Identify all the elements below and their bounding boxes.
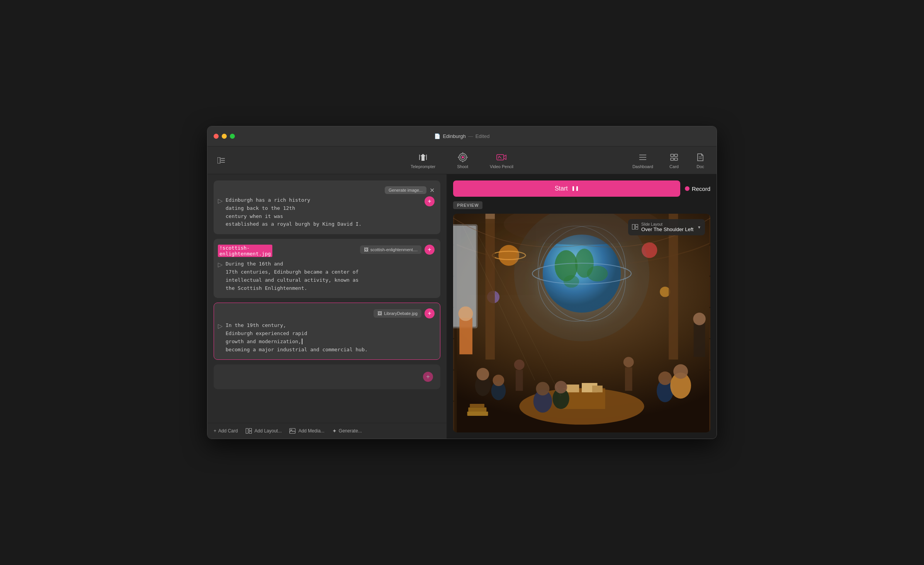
tool-video-pencil[interactable]: Video Pencil	[485, 150, 518, 171]
svg-rect-96	[592, 386, 603, 393]
shoot-label: Shoot	[457, 164, 468, 169]
svg-rect-107	[694, 323, 705, 357]
toolbar-right: Dashboard Card	[629, 150, 709, 171]
video-pencil-label: Video Pencil	[490, 164, 513, 169]
card-2-add-button[interactable]: +	[425, 245, 435, 255]
svg-point-121	[623, 357, 634, 368]
card-3[interactable]: 🖼 LibraryDebate.jpg + ▷ In the 19th cent…	[214, 303, 440, 359]
svg-rect-113	[467, 412, 488, 416]
preview-controls: Start Record	[453, 180, 710, 197]
preview-label-bar: PREVIEW	[453, 201, 710, 209]
card-1-content: ▷ Edinburgh has a rich historydating bac…	[218, 196, 435, 228]
svg-rect-88	[486, 214, 495, 359]
titlebar: 📄 Edinburgh — Edited	[207, 126, 717, 146]
add-media-button[interactable]: Add Media...	[289, 428, 324, 434]
cards-container: Generate image... ✕ ▷ Edinburgh has a ri…	[207, 174, 447, 423]
main-window: 📄 Edinburgh — Edited	[207, 126, 717, 439]
svg-point-119	[514, 359, 525, 370]
card-1-text: Edinburgh has a rich historydating back …	[226, 196, 421, 228]
card-2-highlight: !scottish-enlightenment.jpg	[218, 245, 272, 257]
tool-card[interactable]: Card	[666, 150, 683, 171]
card-3-play-button[interactable]: ▷	[218, 322, 223, 354]
scottish-enlightenment-badge[interactable]: 🖼 scottish-enlightenment....	[360, 245, 421, 254]
teleprompter-label: Teleprompter	[411, 164, 435, 169]
tool-teleprompter[interactable]: Teleprompter	[406, 150, 440, 171]
svg-rect-89	[486, 214, 495, 219]
shoot-icon	[457, 152, 468, 163]
dashboard-label: Dashboard	[632, 164, 653, 169]
video-pencil-icon	[496, 152, 507, 163]
svg-rect-18	[674, 154, 678, 157]
tool-doc[interactable]: Doc	[692, 150, 709, 171]
doc-icon	[695, 152, 706, 163]
svg-point-100	[493, 374, 504, 386]
svg-point-104	[658, 371, 672, 385]
card-3-add-button[interactable]: +	[425, 308, 435, 318]
traffic-lights	[214, 134, 235, 139]
svg-point-110	[536, 382, 549, 395]
svg-rect-122	[625, 368, 632, 391]
svg-line-12	[499, 156, 501, 158]
svg-rect-114	[468, 407, 486, 412]
svg-rect-17	[671, 154, 674, 157]
card-2-content: ▷ During the 16th and17th centuries, Edi…	[218, 260, 435, 292]
card-1[interactable]: Generate image... ✕ ▷ Edinburgh has a ri…	[214, 180, 440, 234]
card-1-play-button[interactable]: ▷	[218, 197, 223, 228]
card-3-text: In the 19th century,Edinburgh experience…	[226, 322, 435, 354]
svg-rect-125	[635, 227, 638, 230]
slide-layout-text: Slide Layout Over The Shoulder Left	[641, 222, 693, 232]
tool-dashboard[interactable]: Dashboard	[629, 150, 656, 171]
record-button[interactable]: Record	[685, 185, 710, 192]
svg-rect-123	[632, 224, 635, 229]
close-button[interactable]	[214, 134, 219, 139]
maximize-button[interactable]	[230, 134, 235, 139]
teleprompter-icon	[418, 152, 428, 163]
svg-point-106	[673, 364, 688, 379]
minimize-button[interactable]	[222, 134, 227, 139]
add-layout-button[interactable]: Add Layout...	[246, 428, 282, 434]
left-panel: Generate image... ✕ ▷ Edinburgh has a ri…	[207, 174, 447, 439]
svg-rect-19	[671, 158, 674, 160]
card-2-text: During the 16th and17th centuries, Edinb…	[226, 260, 435, 292]
card-2[interactable]: !scottish-enlightenment.jpg 🖼 scottish-e…	[214, 239, 440, 298]
right-panel: Start Record PREVIEW	[447, 174, 717, 439]
svg-rect-0	[217, 157, 220, 163]
card-icon	[669, 152, 679, 163]
svg-rect-90	[669, 214, 678, 359]
svg-rect-115	[470, 404, 484, 407]
slide-layout-icon	[632, 224, 638, 231]
svg-rect-124	[635, 224, 638, 226]
svg-rect-20	[674, 158, 678, 160]
svg-point-112	[555, 381, 567, 393]
titlebar-center: 📄 Edinburgh — Edited	[434, 133, 489, 139]
svg-point-98	[477, 368, 489, 380]
record-dot-icon	[685, 186, 690, 191]
card-close-button[interactable]: ✕	[430, 187, 435, 194]
svg-point-102	[459, 306, 473, 321]
svg-rect-101	[459, 318, 472, 354]
generate-button[interactable]: ✦ Generate...	[332, 428, 362, 434]
sidebar-toggle-button[interactable]	[215, 154, 228, 167]
content-area: Generate image... ✕ ▷ Edinburgh has a ri…	[207, 174, 717, 439]
tool-shoot[interactable]: Shoot	[452, 150, 473, 171]
generate-image-button[interactable]: Generate image...	[385, 186, 426, 194]
start-button[interactable]: Start	[453, 180, 680, 197]
preview-label: PREVIEW	[453, 201, 482, 209]
svg-rect-29	[576, 186, 578, 191]
toolbar-left	[215, 154, 228, 167]
card-4-add-button[interactable]: +	[423, 372, 433, 382]
toolbar-center: Teleprompter Shoot	[406, 150, 518, 171]
card-4-partial: +	[214, 364, 440, 389]
card-1-add-button[interactable]: +	[425, 196, 435, 206]
slide-layout-badge[interactable]: Slide Layout Over The Shoulder Left ▾	[628, 219, 705, 235]
library-debate-badge[interactable]: 🖼 LibraryDebate.jpg	[374, 309, 421, 318]
chevron-down-icon: ▾	[698, 225, 700, 230]
card-2-play-button[interactable]: ▷	[218, 261, 223, 292]
svg-rect-120	[516, 370, 523, 391]
window-title: 📄 Edinburgh — Edited	[434, 133, 489, 139]
add-card-button[interactable]: + Add Card	[214, 428, 238, 434]
card-3-content: ▷ In the 19th century,Edinburgh experien…	[218, 322, 435, 354]
svg-rect-28	[572, 186, 574, 191]
preview-scene	[453, 214, 710, 432]
dashboard-icon	[637, 152, 648, 163]
